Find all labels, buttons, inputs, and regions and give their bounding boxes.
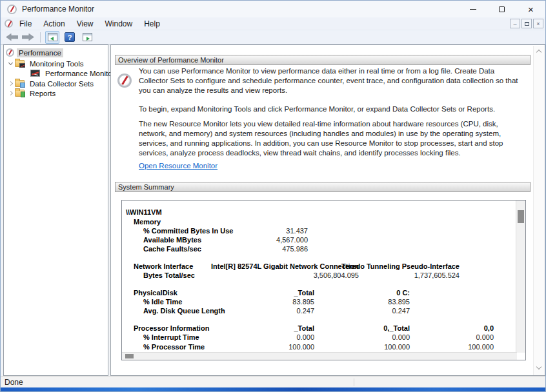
window-controls: ×: [458, 1, 545, 17]
action-pane-icon: [83, 33, 92, 41]
report-row-counter: % Committed Bytes In Use 31.437: [122, 227, 509, 236]
scrollbar-thumb[interactable]: [125, 354, 134, 358]
close-button[interactable]: ×: [516, 1, 545, 17]
folder-cube-icon: [15, 80, 25, 87]
folder-chart-icon: [15, 60, 25, 67]
tree-item-label: Data Collector Sets: [28, 79, 96, 88]
help-button[interactable]: ?: [63, 31, 77, 44]
overview-header: Overview of Performance Monitor: [115, 55, 531, 65]
maximize-icon: [499, 6, 505, 12]
menu-view[interactable]: View: [72, 18, 99, 30]
report-row-computer: \\WIN11VM: [122, 208, 509, 217]
child-close-button[interactable]: ×: [533, 19, 543, 28]
open-resource-monitor-link[interactable]: Open Resource Monitor: [139, 162, 217, 170]
overview-paragraph-3: The new Resource Monitor lets you view d…: [139, 119, 518, 158]
tree-item-label: Monitoring Tools: [28, 59, 86, 68]
overview-paragraph-2: To begin, expand Monitoring Tools and cl…: [139, 104, 518, 114]
report-row-object: PhysicalDisk _Total 0 C:: [122, 289, 509, 298]
overview-paragraph-1: You can use Performance Monitor to view …: [139, 66, 518, 95]
tree-item-performance-monitor[interactable]: Performance Monitor: [30, 68, 116, 78]
close-icon: ×: [528, 5, 534, 14]
tree-item-label: Performance: [17, 48, 63, 57]
child-restore-button[interactable]: [521, 19, 532, 28]
menu-window[interactable]: Window: [100, 18, 138, 30]
folder-report-icon: [15, 90, 25, 97]
report-row-object: Processor Information _Total 0,_Total 0,…: [122, 324, 509, 333]
details-pane: Overview of Performance Monitor You can …: [110, 44, 545, 376]
perfmon-overview-icon: [117, 74, 132, 88]
performance-monitor-window: Performance Monitor × File Action View W…: [0, 0, 546, 392]
report-horizontal-scrollbar[interactable]: [122, 352, 517, 360]
report-row-counter: Available MBytes 4,567.000: [122, 236, 509, 245]
minimize-button[interactable]: [458, 1, 487, 17]
status-text: Done: [5, 378, 23, 387]
report-vertical-scrollbar[interactable]: [516, 201, 525, 353]
status-bar: Done: [1, 376, 545, 387]
computer-name: \\WIN11VM: [126, 208, 162, 216]
chevron-right-icon[interactable]: [8, 91, 13, 95]
report-row-object: Network Interface Intel[R] 82574L Gigabi…: [122, 262, 509, 271]
child-minimize-button[interactable]: –: [510, 19, 520, 28]
report-row-counter: % Interrupt Time 0.000 0.000 0.000: [122, 333, 509, 342]
menu-bar: File Action View Window Help – ×: [1, 17, 545, 30]
show-action-pane-button[interactable]: [80, 31, 94, 44]
chevron-down-icon[interactable]: [8, 61, 13, 65]
minimize-icon: [470, 9, 476, 10]
menu-help[interactable]: Help: [139, 18, 165, 30]
system-summary-header: System Summary: [115, 182, 531, 192]
back-icon[interactable]: [6, 34, 18, 41]
show-console-tree-button[interactable]: [45, 31, 59, 44]
status-bar-separator: [354, 378, 354, 386]
app-perfmon-icon: [7, 5, 17, 14]
forward-icon[interactable]: [22, 34, 34, 41]
title-bar: Performance Monitor ×: [1, 1, 545, 17]
console-tree-icon: [48, 33, 57, 41]
restore-icon: [525, 22, 529, 26]
tree-item-performance[interactable]: Performance: [6, 48, 63, 57]
toolbar-separator: [40, 32, 41, 43]
report-row-counter: % Idle Time 83.895 83.895: [122, 298, 509, 307]
menu-action[interactable]: Action: [38, 18, 70, 30]
scroll-down-icon[interactable]: [536, 364, 541, 369]
scrollbar-thumb[interactable]: [518, 210, 524, 223]
child-window-controls: – ×: [510, 19, 543, 28]
console-tree-panel: Performance Monitoring Tools Performance…: [3, 44, 108, 376]
system-summary-report: \\WIN11VM Memory % Committed Bytes In Us…: [121, 200, 526, 360]
tree-item-reports[interactable]: Reports: [9, 88, 57, 98]
menu-file[interactable]: File: [14, 18, 37, 30]
report-row-counter: Cache Faults/sec 475.986: [122, 245, 509, 254]
tree-item-label: Reports: [28, 89, 57, 98]
console-perfmon-icon: [5, 19, 13, 28]
report-row-counter: Bytes Total/sec 3,506,804.095 1,737,605.…: [122, 271, 509, 280]
pane-vertical-scrollbar[interactable]: [533, 46, 544, 375]
scroll-up-icon[interactable]: [536, 50, 541, 55]
help-icon: ?: [65, 32, 75, 42]
report-row-counter: % Processor Time 100.000 100.000 100.000: [122, 343, 509, 352]
chevron-right-icon[interactable]: [8, 81, 13, 86]
maximize-button[interactable]: [487, 1, 516, 17]
tree-item-monitoring-tools[interactable]: Monitoring Tools: [9, 59, 86, 68]
perfmon-icon: [6, 48, 14, 57]
window-title: Performance Monitor: [22, 5, 94, 14]
tree-item-label: Performance Monitor: [43, 69, 116, 78]
report-row-counter: Avg. Disk Queue Length 0.247 0.247: [122, 307, 509, 316]
taskbar-edge: [1, 387, 545, 392]
report-row-object: Memory: [122, 218, 509, 227]
line-chart-icon: [30, 70, 40, 77]
toolbar: ?: [1, 30, 545, 44]
tree-item-data-collector-sets[interactable]: Data Collector Sets: [9, 79, 96, 88]
